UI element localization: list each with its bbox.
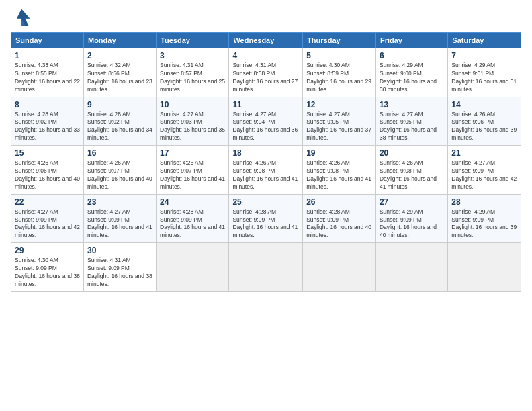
day-info: Sunrise: 4:29 AMSunset: 9:01 PMDaylight:… — [451, 62, 517, 94]
calendar-cell: 22Sunrise: 4:27 AMSunset: 9:09 PMDayligh… — [11, 194, 84, 243]
calendar-row: 29Sunrise: 4:30 AMSunset: 9:09 PMDayligh… — [11, 243, 521, 292]
calendar: SundayMondayTuesdayWednesdayThursdayFrid… — [11, 32, 521, 292]
day-number: 16 — [87, 148, 152, 158]
calendar-cell: 15Sunrise: 4:26 AMSunset: 9:06 PMDayligh… — [11, 146, 84, 195]
day-info: Sunrise: 4:29 AMSunset: 9:00 PMDaylight:… — [380, 62, 444, 94]
calendar-cell: 16Sunrise: 4:26 AMSunset: 9:07 PMDayligh… — [83, 146, 156, 195]
calendar-cell — [229, 243, 303, 292]
day-info: Sunrise: 4:26 AMSunset: 9:07 PMDaylight:… — [87, 159, 152, 191]
day-info: Sunrise: 4:27 AMSunset: 9:05 PMDaylight:… — [306, 111, 372, 143]
calendar-cell: 8Sunrise: 4:28 AMSunset: 9:02 PMDaylight… — [11, 97, 84, 146]
day-info: Sunrise: 4:26 AMSunset: 9:07 PMDaylight:… — [160, 159, 225, 191]
day-info: Sunrise: 4:26 AMSunset: 9:06 PMDaylight:… — [15, 159, 80, 191]
calendar-cell: 5Sunrise: 4:30 AMSunset: 8:59 PMDaylight… — [303, 48, 376, 97]
day-number: 19 — [306, 148, 372, 158]
day-info: Sunrise: 4:28 AMSunset: 9:02 PMDaylight:… — [15, 111, 80, 143]
calendar-cell — [157, 243, 229, 292]
day-of-week-header: Friday — [375, 33, 447, 48]
calendar-cell: 17Sunrise: 4:26 AMSunset: 9:07 PMDayligh… — [157, 146, 229, 195]
calendar-row: 22Sunrise: 4:27 AMSunset: 9:09 PMDayligh… — [11, 194, 521, 243]
calendar-cell: 7Sunrise: 4:29 AMSunset: 9:01 PMDaylight… — [448, 48, 521, 97]
day-number: 1 — [15, 51, 80, 60]
calendar-cell: 1Sunrise: 4:33 AMSunset: 8:55 PMDaylight… — [11, 48, 84, 97]
day-info: Sunrise: 4:29 AMSunset: 9:09 PMDaylight:… — [380, 208, 444, 240]
day-info: Sunrise: 4:28 AMSunset: 9:09 PMDaylight:… — [232, 208, 299, 240]
day-info: Sunrise: 4:27 AMSunset: 9:03 PMDaylight:… — [160, 111, 225, 143]
page: SundayMondayTuesdayWednesdayThursdayFrid… — [0, 0, 532, 411]
day-number: 24 — [160, 197, 225, 207]
day-number: 14 — [451, 100, 517, 109]
calendar-row: 1Sunrise: 4:33 AMSunset: 8:55 PMDaylight… — [11, 48, 521, 97]
header — [11, 7, 521, 28]
calendar-cell: 13Sunrise: 4:27 AMSunset: 9:05 PMDayligh… — [375, 97, 447, 146]
day-info: Sunrise: 4:32 AMSunset: 8:56 PMDaylight:… — [87, 62, 152, 94]
day-number: 5 — [306, 51, 372, 60]
logo-icon — [11, 7, 32, 28]
day-info: Sunrise: 4:26 AMSunset: 9:08 PMDaylight:… — [232, 159, 299, 191]
calendar-cell: 11Sunrise: 4:27 AMSunset: 9:04 PMDayligh… — [229, 97, 303, 146]
day-number: 30 — [87, 246, 152, 255]
day-info: Sunrise: 4:31 AMSunset: 8:57 PMDaylight:… — [160, 62, 225, 94]
calendar-cell: 4Sunrise: 4:31 AMSunset: 8:58 PMDaylight… — [229, 48, 303, 97]
day-info: Sunrise: 4:26 AMSunset: 9:06 PMDaylight:… — [451, 111, 517, 143]
day-info: Sunrise: 4:27 AMSunset: 9:09 PMDaylight:… — [451, 159, 517, 191]
calendar-cell — [375, 243, 447, 292]
day-number: 13 — [380, 100, 444, 109]
day-info: Sunrise: 4:28 AMSunset: 9:02 PMDaylight:… — [87, 111, 152, 143]
day-number: 22 — [15, 197, 80, 207]
calendar-cell: 2Sunrise: 4:32 AMSunset: 8:56 PMDaylight… — [83, 48, 156, 97]
day-of-week-header: Monday — [83, 33, 156, 48]
day-info: Sunrise: 4:27 AMSunset: 9:05 PMDaylight:… — [380, 111, 444, 143]
day-number: 9 — [87, 100, 152, 109]
calendar-cell: 14Sunrise: 4:26 AMSunset: 9:06 PMDayligh… — [448, 97, 521, 146]
day-info: Sunrise: 4:30 AMSunset: 8:59 PMDaylight:… — [306, 62, 372, 94]
day-of-week-header: Thursday — [303, 33, 376, 48]
day-number: 21 — [451, 148, 517, 158]
day-number: 20 — [380, 148, 444, 158]
calendar-cell: 25Sunrise: 4:28 AMSunset: 9:09 PMDayligh… — [229, 194, 303, 243]
calendar-cell: 9Sunrise: 4:28 AMSunset: 9:02 PMDaylight… — [83, 97, 156, 146]
day-number: 15 — [15, 148, 80, 158]
calendar-cell: 20Sunrise: 4:26 AMSunset: 9:08 PMDayligh… — [375, 146, 447, 195]
calendar-cell: 3Sunrise: 4:31 AMSunset: 8:57 PMDaylight… — [157, 48, 229, 97]
day-of-week-header: Sunday — [11, 33, 84, 48]
calendar-cell: 28Sunrise: 4:29 AMSunset: 9:09 PMDayligh… — [448, 194, 521, 243]
day-info: Sunrise: 4:31 AMSunset: 8:58 PMDaylight:… — [232, 62, 299, 94]
day-info: Sunrise: 4:27 AMSunset: 9:09 PMDaylight:… — [15, 208, 80, 240]
day-info: Sunrise: 4:27 AMSunset: 9:09 PMDaylight:… — [87, 208, 152, 240]
calendar-cell: 18Sunrise: 4:26 AMSunset: 9:08 PMDayligh… — [229, 146, 303, 195]
calendar-cell: 26Sunrise: 4:28 AMSunset: 9:09 PMDayligh… — [303, 194, 376, 243]
calendar-cell: 19Sunrise: 4:26 AMSunset: 9:08 PMDayligh… — [303, 146, 376, 195]
day-number: 4 — [232, 51, 299, 60]
day-of-week-header: Wednesday — [229, 33, 303, 48]
calendar-cell: 30Sunrise: 4:31 AMSunset: 9:09 PMDayligh… — [83, 243, 156, 292]
day-info: Sunrise: 4:30 AMSunset: 9:09 PMDaylight:… — [15, 257, 80, 289]
calendar-row: 8Sunrise: 4:28 AMSunset: 9:02 PMDaylight… — [11, 97, 521, 146]
day-info: Sunrise: 4:29 AMSunset: 9:09 PMDaylight:… — [451, 208, 517, 240]
day-number: 10 — [160, 100, 225, 109]
day-number: 25 — [232, 197, 299, 207]
logo — [11, 7, 35, 28]
day-number: 3 — [160, 51, 225, 60]
day-number: 6 — [380, 51, 444, 60]
day-number: 23 — [87, 197, 152, 207]
day-number: 26 — [306, 197, 372, 207]
day-number: 28 — [451, 197, 517, 207]
days-of-week-row: SundayMondayTuesdayWednesdayThursdayFrid… — [11, 33, 521, 48]
day-info: Sunrise: 4:33 AMSunset: 8:55 PMDaylight:… — [15, 62, 80, 94]
calendar-cell: 24Sunrise: 4:28 AMSunset: 9:09 PMDayligh… — [157, 194, 229, 243]
day-of-week-header: Saturday — [448, 33, 521, 48]
day-info: Sunrise: 4:28 AMSunset: 9:09 PMDaylight:… — [160, 208, 225, 240]
day-number: 2 — [87, 51, 152, 60]
day-info: Sunrise: 4:27 AMSunset: 9:04 PMDaylight:… — [232, 111, 299, 143]
calendar-cell: 10Sunrise: 4:27 AMSunset: 9:03 PMDayligh… — [157, 97, 229, 146]
day-number: 18 — [232, 148, 299, 158]
calendar-row: 15Sunrise: 4:26 AMSunset: 9:06 PMDayligh… — [11, 146, 521, 195]
calendar-cell: 12Sunrise: 4:27 AMSunset: 9:05 PMDayligh… — [303, 97, 376, 146]
calendar-cell: 23Sunrise: 4:27 AMSunset: 9:09 PMDayligh… — [83, 194, 156, 243]
day-number: 27 — [380, 197, 444, 207]
calendar-cell: 27Sunrise: 4:29 AMSunset: 9:09 PMDayligh… — [375, 194, 447, 243]
day-number: 29 — [15, 246, 80, 255]
calendar-cell: 6Sunrise: 4:29 AMSunset: 9:00 PMDaylight… — [375, 48, 447, 97]
calendar-cell — [448, 243, 521, 292]
